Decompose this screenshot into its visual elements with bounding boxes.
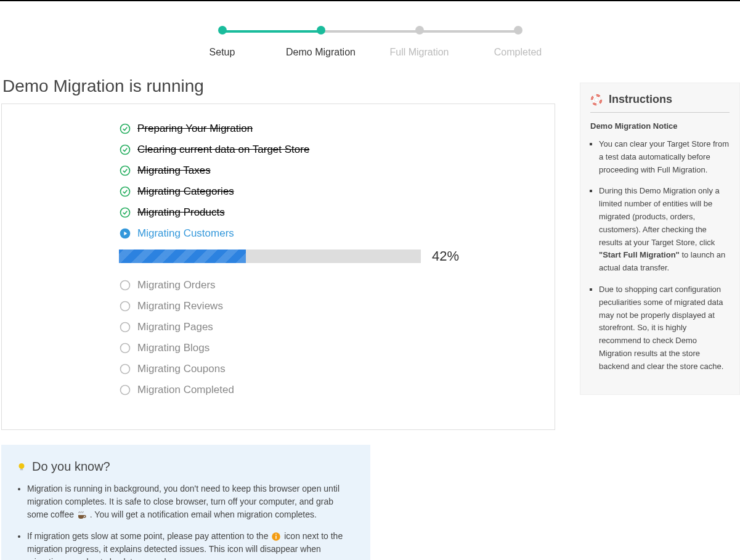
stepper-label: Demo Migration [286, 47, 356, 58]
migration-step-label: Migrating Orders [137, 279, 216, 291]
empty-circle-icon [119, 363, 131, 375]
migration-step-label: Migrating Pages [137, 321, 213, 333]
svg-point-3 [121, 187, 130, 197]
stepper-step: Demo Migration [272, 26, 370, 58]
migration-step: Migrating Blogs [119, 342, 555, 354]
migration-step-label: Migrating Coupons [137, 363, 226, 375]
svg-point-4 [121, 208, 130, 217]
migration-step-label: Migrating Customers [137, 227, 234, 240]
migration-step: Migrating Taxes [119, 164, 555, 177]
tips-title: Do you know? [16, 460, 356, 474]
stepper-step: Setup [173, 26, 272, 58]
stepper-label: Setup [209, 47, 235, 58]
stepper: SetupDemo MigrationFull MigrationComplet… [0, 26, 740, 58]
check-circle-icon [119, 185, 131, 198]
svg-point-11 [121, 386, 130, 395]
migration-step-label: Migrating Categories [137, 185, 234, 198]
tips-panel: Do you know? Migration is running in bac… [1, 445, 370, 560]
migration-step-label: Migrating Reviews [137, 300, 223, 312]
info-icon [270, 531, 282, 542]
stepper-step: Full Migration [370, 26, 469, 58]
page-title: Demo Migration is running [2, 76, 555, 96]
svg-point-6 [121, 281, 130, 290]
migration-step: Migrating Customers [119, 227, 555, 240]
empty-circle-icon [119, 384, 131, 396]
svg-point-1 [121, 145, 130, 155]
migration-step: Clearing current data on Target Store [119, 144, 555, 156]
stepper-step: Completed [469, 26, 567, 58]
migration-step: Migrating Reviews [119, 300, 555, 312]
check-circle-icon [119, 144, 131, 156]
migration-panel: Preparing Your MigrationClearing current… [1, 103, 555, 430]
instructions-subtitle: Demo Migration Notice [590, 121, 730, 131]
stepper-dot [317, 26, 325, 34]
svg-rect-16 [276, 534, 277, 535]
check-circle-icon [119, 123, 131, 135]
migration-step: Migrating Categories [119, 185, 555, 198]
migration-step: Migrating Pages [119, 321, 555, 333]
instructions-title: Instructions [590, 93, 730, 113]
instruction-item: You can clear your Target Store from a t… [599, 138, 730, 176]
migration-step-label: Migrating Blogs [137, 342, 209, 354]
empty-circle-icon [119, 321, 131, 333]
stepper-label: Completed [494, 47, 542, 58]
svg-rect-15 [276, 536, 277, 539]
migration-step-label: Clearing current data on Target Store [137, 144, 309, 156]
lightbulb-icon [16, 461, 27, 473]
stepper-dot [415, 26, 424, 34]
empty-circle-icon [119, 342, 131, 354]
instructions-panel: Instructions Demo Migration Notice You c… [580, 83, 740, 395]
svg-point-7 [121, 302, 130, 311]
migration-step-label: Migration Completed [137, 384, 234, 396]
stepper-dot [514, 26, 522, 34]
migration-step: Migrating Products [119, 206, 555, 219]
empty-circle-icon [119, 300, 131, 312]
svg-rect-13 [20, 469, 23, 470]
migration-step-label: Migrating Products [137, 206, 225, 219]
progress-percent: 42% [432, 248, 459, 264]
progress-bar: 42% [119, 248, 555, 264]
svg-point-19 [595, 97, 599, 102]
check-circle-icon [119, 164, 131, 177]
check-circle-icon [119, 206, 131, 219]
instruction-item: During this Demo Migration only a limite… [599, 185, 730, 275]
svg-point-10 [121, 365, 130, 374]
migration-step-label: Migrating Taxes [137, 164, 211, 177]
svg-point-9 [121, 344, 130, 353]
play-circle-icon [119, 227, 131, 240]
svg-point-8 [121, 323, 130, 332]
coffee-icon [76, 509, 87, 521]
migration-step: Migrating Coupons [119, 363, 555, 375]
migration-step: Preparing Your Migration [119, 123, 555, 135]
svg-point-0 [121, 124, 130, 134]
stepper-dot [218, 26, 227, 34]
lifering-icon [590, 94, 603, 106]
migration-step: Migration Completed [119, 384, 555, 396]
migration-step-label: Preparing Your Migration [137, 123, 253, 135]
tip-item: Migration is running in background, you … [27, 482, 356, 521]
svg-point-12 [19, 463, 25, 469]
empty-circle-icon [119, 279, 131, 291]
stepper-label: Full Migration [389, 47, 449, 58]
svg-point-2 [121, 166, 130, 176]
instruction-item: Due to shopping cart configuration pecul… [599, 283, 730, 373]
tip-item: If migration gets slow at some point, pl… [27, 530, 356, 560]
migration-step: Migrating Orders [119, 279, 555, 291]
